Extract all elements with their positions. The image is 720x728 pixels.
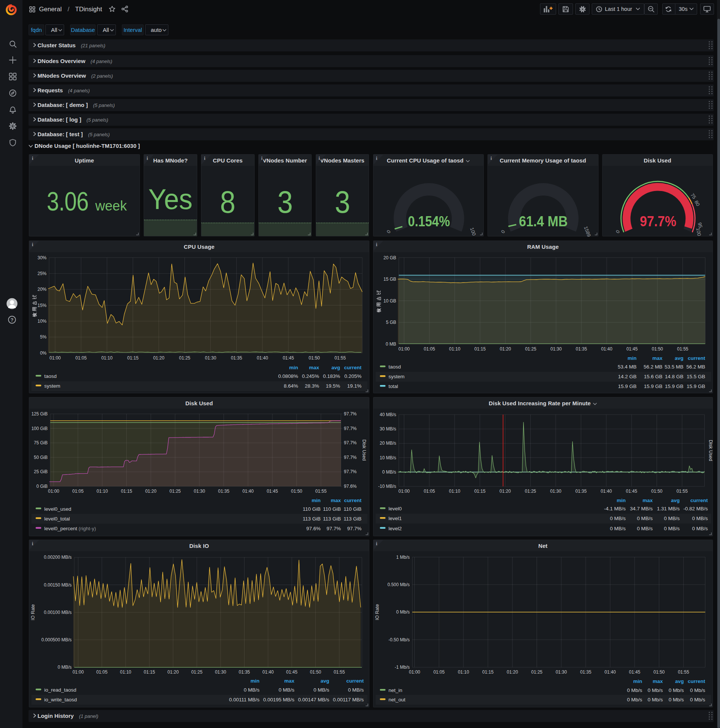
- svg-text:0 GiB: 0 GiB: [37, 484, 47, 489]
- svg-text:01:45: 01:45: [286, 670, 297, 675]
- svg-text:01:20: 01:20: [168, 670, 179, 675]
- svg-text:10%: 10%: [38, 318, 46, 323]
- svg-text:0 MB/s: 0 MB/s: [692, 515, 708, 521]
- svg-text:01:30: 01:30: [194, 489, 205, 494]
- svg-text:20 MB/s: 20 MB/s: [380, 440, 396, 446]
- svg-text:1 Mb/s: 1 Mb/s: [396, 554, 409, 560]
- svg-text:01:00: 01:00: [398, 489, 409, 494]
- svg-text:01:55: 01:55: [334, 670, 345, 675]
- svg-text:avg: avg: [320, 678, 329, 684]
- svg-text:01:05: 01:05: [423, 489, 435, 494]
- svg-text:0 MB/s: 0 MB/s: [348, 687, 364, 693]
- svg-text:net_in: net_in: [389, 687, 403, 693]
- svg-text:14.8 GB: 14.8 GB: [665, 374, 683, 379]
- svg-text:min: min: [633, 678, 642, 684]
- svg-text:19.5%: 19.5%: [326, 383, 340, 389]
- svg-text:level0: level0: [389, 506, 402, 511]
- svg-text:net_out: net_out: [389, 697, 405, 702]
- svg-text:0 MB/s: 0 MB/s: [637, 526, 653, 531]
- svg-text:113 GiB: 113 GiB: [323, 516, 341, 522]
- svg-text:01:40: 01:40: [604, 670, 616, 675]
- svg-text:01:35: 01:35: [231, 355, 242, 360]
- svg-text:01:25: 01:25: [531, 670, 542, 675]
- svg-text:0.205%: 0.205%: [344, 373, 362, 379]
- svg-text:01:50: 01:50: [291, 489, 302, 494]
- svg-text:total: total: [389, 384, 398, 389]
- svg-text:min: min: [616, 498, 625, 503]
- svg-text:01:30: 01:30: [550, 346, 561, 351]
- svg-text:0 MB/s: 0 MB/s: [279, 687, 294, 693]
- svg-text:0 MB/s: 0 MB/s: [382, 470, 396, 475]
- svg-text:max: max: [331, 498, 341, 503]
- svg-text:-0.82 MB/s: -0.82 MB/s: [683, 506, 708, 511]
- svg-text:01:00: 01:00: [72, 670, 84, 675]
- svg-text:current: current: [344, 498, 362, 503]
- svg-text:01:45: 01:45: [283, 355, 294, 360]
- svg-text:0 MB/s: 0 MB/s: [664, 526, 679, 531]
- svg-text:19.1%: 19.1%: [347, 383, 362, 389]
- svg-text:0 MB/s: 0 MB/s: [692, 526, 708, 531]
- svg-text:Disk Used: Disk Used: [362, 439, 367, 461]
- svg-text:01:05: 01:05: [72, 489, 84, 494]
- svg-text:28.3%: 28.3%: [305, 383, 319, 389]
- svg-text:01:20: 01:20: [153, 355, 164, 360]
- svg-text:level0_total: level0_total: [44, 516, 70, 522]
- svg-text:01:25: 01:25: [525, 346, 536, 351]
- svg-text:01:35: 01:35: [576, 346, 587, 351]
- svg-text:5 GB: 5 GB: [386, 320, 396, 325]
- svg-text:8.64%: 8.64%: [284, 383, 298, 389]
- svg-text:01:00: 01:00: [409, 670, 420, 675]
- svg-text:01:15: 01:15: [474, 489, 485, 494]
- svg-text:01:20: 01:20: [145, 489, 156, 494]
- svg-text:0 MB/s: 0 MB/s: [610, 515, 625, 521]
- svg-text:min: min: [289, 364, 298, 370]
- svg-text:01:35: 01:35: [238, 670, 250, 675]
- svg-text:0.00200 MB/s: 0.00200 MB/s: [44, 555, 72, 560]
- svg-text:max: max: [642, 498, 653, 503]
- svg-text:1589: 1589: [583, 226, 592, 237]
- svg-text:IO Rate: IO Rate: [375, 604, 380, 620]
- svg-text:10 GB: 10 GB: [383, 298, 396, 303]
- svg-text:0.0808%: 0.0808%: [278, 373, 298, 379]
- svg-text:01:20: 01:20: [499, 489, 511, 494]
- svg-text:min: min: [250, 678, 259, 684]
- svg-text:max: max: [652, 355, 663, 361]
- svg-text:0 MB/s: 0 MB/s: [244, 687, 259, 693]
- svg-text:01:40: 01:40: [242, 489, 253, 494]
- svg-text:01:50: 01:50: [310, 670, 321, 675]
- svg-text:15.9 GB: 15.9 GB: [686, 384, 705, 389]
- svg-text:15 GB: 15 GB: [383, 277, 396, 282]
- svg-text:0.500 Mb/s: 0.500 Mb/s: [387, 582, 409, 587]
- svg-text:100 GiB: 100 GiB: [32, 426, 47, 431]
- svg-text:io_read_taosd: io_read_taosd: [44, 687, 76, 693]
- svg-text:30%: 30%: [38, 255, 46, 260]
- svg-text:53.5 MB: 53.5 MB: [665, 364, 683, 370]
- svg-text:50 GiB: 50 GiB: [34, 455, 47, 460]
- svg-text:01:05: 01:05: [96, 670, 108, 675]
- svg-text:01:00: 01:00: [398, 346, 409, 351]
- svg-text:25 GiB: 25 GiB: [34, 469, 47, 474]
- svg-text:01:35: 01:35: [580, 670, 591, 675]
- svg-text:113 GiB: 113 GiB: [303, 516, 320, 522]
- svg-text:97.6%: 97.6%: [344, 484, 357, 489]
- svg-text:-1 Mb/s: -1 Mb/s: [395, 665, 409, 670]
- svg-text:01:10: 01:10: [101, 355, 113, 360]
- svg-text:01:15: 01:15: [482, 670, 494, 675]
- svg-text:30 MB/s: 30 MB/s: [380, 426, 396, 431]
- svg-text:0 MB/s: 0 MB/s: [314, 687, 329, 693]
- svg-text:0: 0: [500, 229, 506, 234]
- svg-text:01:10: 01:10: [97, 489, 108, 494]
- svg-text:110 GiB: 110 GiB: [323, 506, 341, 512]
- svg-text:0.000500 MB/s: 0.000500 MB/s: [41, 637, 72, 642]
- svg-text:01:25: 01:25: [179, 355, 190, 360]
- svg-text:1.31 MB/s: 1.31 MB/s: [657, 506, 679, 511]
- svg-text:0%: 0%: [40, 350, 47, 355]
- svg-text:current: current: [344, 364, 362, 370]
- svg-text:01:40: 01:40: [257, 355, 268, 360]
- svg-text:01:55: 01:55: [677, 670, 689, 675]
- svg-text:-10 MB/s: -10 MB/s: [378, 484, 396, 489]
- svg-text:97.7%: 97.7%: [344, 440, 357, 445]
- svg-text:01:40: 01:40: [600, 489, 612, 494]
- svg-text:0: 0: [386, 229, 392, 234]
- svg-text:15.9 GB: 15.9 GB: [665, 384, 683, 389]
